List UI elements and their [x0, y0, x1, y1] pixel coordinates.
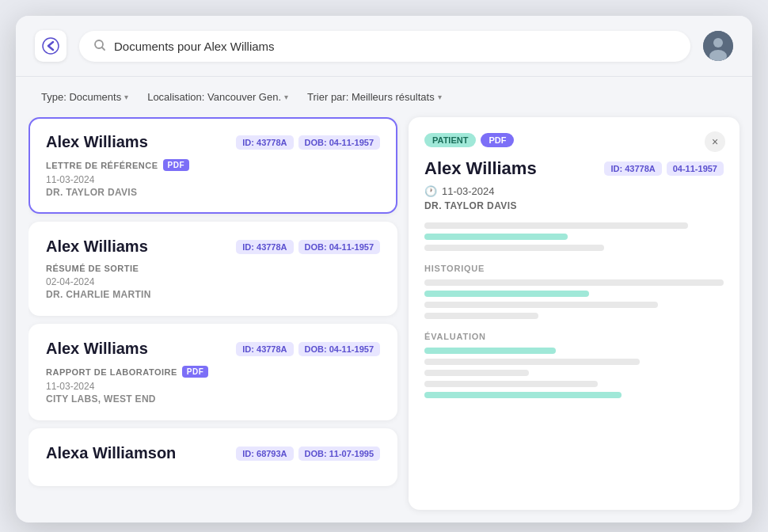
chevron-down-icon: ▾ — [284, 93, 288, 101]
id-badge-0: ID: 43778A — [236, 135, 293, 150]
filters-bar: Type: Documents ▾ Localisation: Vancouve… — [16, 77, 752, 117]
result-card-3[interactable]: Alexa Williamson ID: 68793A DOB: 11-07-1… — [29, 428, 397, 486]
doc-type-2: RAPPORT DE LABORATOIRE PDF — [46, 366, 380, 378]
search-text: Documents pour Alex Williams — [114, 40, 676, 53]
app-window: Documents pour Alex Williams Type: Docum… — [16, 16, 752, 522]
doc-type-1: RÉSUMÉ DE SORTIE — [46, 264, 380, 273]
dob-badge-2: DOB: 04-11-1957 — [298, 342, 380, 356]
patient-name-1: Alex Williams — [46, 238, 148, 256]
card-badges-0: ID: 43778A DOB: 04-11-1957 — [236, 135, 380, 150]
dob-badge-0: DOB: 04-11-1957 — [298, 135, 380, 150]
card-badges-3: ID: 68793A DOB: 11-07-1995 — [236, 446, 380, 461]
dob-badge-1: DOB: 04-11-1957 — [298, 240, 380, 254]
detail-panel: PATIENT PDF × Alex Williams ID: 43778A 0… — [409, 117, 739, 510]
patient-name-2: Alex Williams — [46, 340, 148, 358]
card-badges-1: ID: 43778A DOB: 04-11-1957 — [236, 240, 380, 254]
pdf-badge-2: PDF — [182, 366, 209, 378]
detail-name-row: Alex Williams ID: 43778A 04-11-1957 — [424, 158, 724, 179]
detail-date: 11-03-2024 — [442, 185, 495, 197]
result-card-0[interactable]: Alex Williams ID: 43778A DOB: 04-11-1957… — [29, 117, 397, 214]
main-content: Alex Williams ID: 43778A DOB: 04-11-1957… — [16, 117, 752, 522]
section-evaluation-label: ÉVALUATION — [424, 332, 724, 341]
patient-name-3: Alexa Williamson — [46, 444, 176, 462]
card-badges-2: ID: 43778A DOB: 04-11-1957 — [236, 342, 380, 356]
result-card-2[interactable]: Alex Williams ID: 43778A DOB: 04-11-1957… — [29, 324, 397, 420]
result-card-1[interactable]: Alex Williams ID: 43778A DOB: 04-11-1957… — [29, 222, 397, 316]
skeleton-history — [424, 279, 724, 319]
detail-tags: PATIENT PDF — [424, 133, 724, 147]
tag-patient: PATIENT — [424, 133, 476, 147]
dob-badge-3: DOB: 11-07-1995 — [298, 446, 380, 461]
chevron-down-icon: ▾ — [124, 93, 128, 101]
card-doctor-0: DR. TAYLOR DAVIS — [46, 187, 380, 198]
filter-sort[interactable]: Trier par: Meilleurs résultats ▾ — [301, 88, 448, 106]
card-doctor-1: DR. CHARLIE MARTIN — [46, 289, 380, 300]
avatar[interactable] — [703, 31, 733, 61]
card-doctor-2: CITY LABS, WEST END — [46, 393, 380, 405]
detail-patient-name: Alex Williams — [424, 158, 537, 179]
doc-type-0: LETTRE DE RÉFÉRENCE PDF — [46, 159, 380, 171]
results-panel: Alex Williams ID: 43778A DOB: 04-11-1957… — [29, 117, 409, 510]
filter-location[interactable]: Localisation: Vancouver Gen. ▾ — [141, 88, 295, 106]
section-history-label: HISTORIQUE — [424, 264, 724, 273]
id-badge-2: ID: 43778A — [236, 342, 293, 356]
card-date-0: 11-03-2024 — [46, 174, 380, 185]
skeleton-intro — [424, 222, 724, 251]
id-badge-1: ID: 43778A — [236, 240, 293, 254]
detail-date-row: 🕐 11-03-2024 — [424, 185, 724, 197]
search-icon — [93, 39, 106, 54]
detail-doctor: DR. TAYLOR DAVIS — [424, 200, 724, 211]
id-badge-3: ID: 68793A — [236, 446, 293, 461]
chevron-down-icon: ▾ — [438, 93, 442, 101]
filter-type[interactable]: Type: Documents ▾ — [35, 88, 135, 106]
detail-id-badge: ID: 43778A — [604, 162, 661, 176]
close-button[interactable]: × — [705, 131, 725, 152]
svg-point-3 — [713, 38, 723, 48]
pdf-badge-0: PDF — [163, 159, 190, 171]
patient-name-0: Alex Williams — [46, 133, 148, 151]
header: Documents pour Alex Williams — [16, 16, 752, 77]
search-bar[interactable]: Documents pour Alex Williams — [79, 31, 690, 62]
detail-dob-badge: 04-11-1957 — [667, 162, 724, 176]
svg-point-0 — [43, 38, 59, 54]
card-date-2: 11-03-2024 — [46, 381, 380, 392]
card-date-1: 02-04-2024 — [46, 276, 380, 287]
clock-icon: 🕐 — [424, 185, 437, 197]
skeleton-evaluation — [424, 348, 724, 398]
logo-icon[interactable] — [35, 30, 67, 62]
detail-badges: ID: 43778A 04-11-1957 — [604, 162, 724, 176]
tag-pdf: PDF — [481, 133, 514, 147]
